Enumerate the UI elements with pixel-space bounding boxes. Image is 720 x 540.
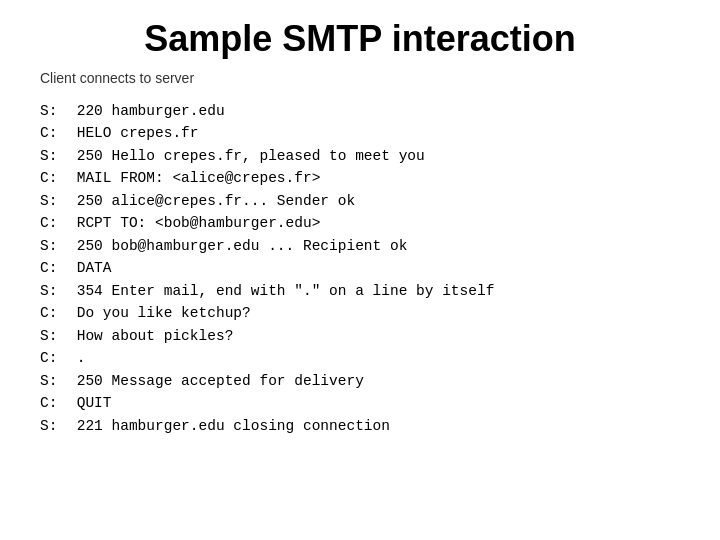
smtp-label: S: (40, 325, 68, 347)
smtp-label: C: (40, 302, 68, 324)
smtp-label: C: (40, 212, 68, 234)
smtp-line: C: DATA (40, 257, 720, 279)
smtp-label: C: (40, 122, 68, 144)
smtp-message: 220 hamburger.edu (68, 100, 225, 122)
smtp-message: DATA (68, 257, 112, 279)
smtp-content: S: 220 hamburger.eduC: HELO crepes.frS: … (40, 100, 720, 437)
smtp-line: S: 250 Hello crepes.fr, pleased to meet … (40, 145, 720, 167)
smtp-message: 221 hamburger.edu closing connection (68, 415, 390, 437)
page-title: Sample SMTP interaction (0, 0, 720, 70)
smtp-message: 250 Hello crepes.fr, pleased to meet you (68, 145, 425, 167)
smtp-label: S: (40, 235, 68, 257)
smtp-line: C: HELO crepes.fr (40, 122, 720, 144)
smtp-line: S: 220 hamburger.edu (40, 100, 720, 122)
smtp-message: . (68, 347, 85, 369)
smtp-line: S: 250 alice@crepes.fr... Sender ok (40, 190, 720, 212)
smtp-label: S: (40, 145, 68, 167)
smtp-line: S: 354 Enter mail, end with "." on a lin… (40, 280, 720, 302)
smtp-label: C: (40, 167, 68, 189)
smtp-line: S: 250 bob@hamburger.edu ... Recipient o… (40, 235, 720, 257)
smtp-message: RCPT TO: <bob@hamburger.edu> (68, 212, 320, 234)
smtp-message: Do you like ketchup? (68, 302, 251, 324)
smtp-label: C: (40, 392, 68, 414)
smtp-message: 354 Enter mail, end with "." on a line b… (68, 280, 494, 302)
smtp-line: C: RCPT TO: <bob@hamburger.edu> (40, 212, 720, 234)
smtp-label: S: (40, 370, 68, 392)
smtp-line: S: 221 hamburger.edu closing connection (40, 415, 720, 437)
smtp-message: QUIT (68, 392, 112, 414)
smtp-label: C: (40, 347, 68, 369)
smtp-line: C: MAIL FROM: <alice@crepes.fr> (40, 167, 720, 189)
smtp-message: How about pickles? (68, 325, 233, 347)
smtp-line: S: 250 Message accepted for delivery (40, 370, 720, 392)
smtp-message: 250 Message accepted for delivery (68, 370, 364, 392)
smtp-label: S: (40, 100, 68, 122)
smtp-label: S: (40, 415, 68, 437)
smtp-message: 250 alice@crepes.fr... Sender ok (68, 190, 355, 212)
smtp-message: MAIL FROM: <alice@crepes.fr> (68, 167, 320, 189)
smtp-line: S: How about pickles? (40, 325, 720, 347)
smtp-message: 250 bob@hamburger.edu ... Recipient ok (68, 235, 407, 257)
smtp-line: C: . (40, 347, 720, 369)
smtp-message: HELO crepes.fr (68, 122, 199, 144)
subtitle: Client connects to server (40, 70, 720, 86)
smtp-label: C: (40, 257, 68, 279)
smtp-line: C: Do you like ketchup? (40, 302, 720, 324)
smtp-label: S: (40, 280, 68, 302)
smtp-label: S: (40, 190, 68, 212)
smtp-line: C: QUIT (40, 392, 720, 414)
